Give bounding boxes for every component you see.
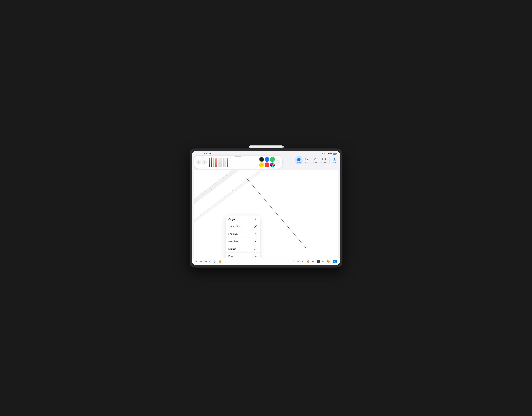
ipad-content: ‹ › [192, 156, 340, 265]
bottom-fountain-icon[interactable]: ✒ [312, 260, 314, 263]
share-label: Share [313, 161, 317, 163]
undo-icon[interactable]: ↩ [200, 260, 202, 263]
bottom-brush-icon[interactable]: ⌇ [293, 260, 294, 263]
color-rainbow[interactable] [270, 163, 275, 167]
pen-icon: ✏ [255, 255, 257, 258]
svg-line-26 [207, 189, 208, 190]
bottom-highlight-icon[interactable]: ⬛ [317, 260, 320, 263]
bottom-pen-icon[interactable]: ✏ [297, 260, 299, 263]
lasso-icon[interactable]: ⊙ [214, 260, 216, 263]
marker-label: Marker [228, 247, 236, 250]
nav-back-button[interactable]: ‹ [196, 160, 201, 165]
menu-item-crayon[interactable]: Crayon ✏ [226, 215, 260, 223]
bottom-angle-icon[interactable]: ∠ [302, 260, 304, 263]
svg-line-30 [218, 181, 218, 182]
chat-icon [297, 157, 301, 161]
svg-rect-13 [194, 170, 242, 219]
share-button[interactable]: Share [311, 156, 319, 164]
svg-line-44 [200, 215, 201, 216]
svg-line-25 [204, 191, 205, 192]
svg-line-28 [212, 185, 213, 186]
battery-icon [333, 153, 337, 155]
bottom-left-tools: ✂ ↩ ↪ ◇ ⊙ ✋ [195, 260, 222, 263]
menu-item-marker[interactable]: Marker 🖊 [226, 245, 260, 252]
hand-icon[interactable]: ✋ [218, 260, 222, 263]
svg-line-24 [201, 193, 202, 194]
status-date: Fri 26. Jan [202, 153, 211, 155]
record-button[interactable]: Record [320, 156, 329, 164]
svg-marker-12 [325, 158, 326, 160]
svg-point-5 [314, 159, 315, 160]
tool-pen-item[interactable] [211, 157, 212, 167]
ipad-screen: 13.33 Fri 26. Jan 95 % [192, 151, 340, 265]
menu-item-watercolor[interactable]: Watercolor 🖌 [226, 223, 260, 230]
bottom-ruler-icon[interactable]: 📏 [332, 260, 337, 263]
svg-line-32 [223, 177, 224, 178]
watercolor-label: Watercolor [228, 225, 240, 228]
pen-label: Pen [228, 255, 233, 258]
apple-pencil [249, 145, 283, 148]
svg-line-51 [257, 172, 257, 173]
fountain-label: Fountain [228, 233, 238, 235]
toolbar-drag-handle[interactable] [235, 156, 241, 157]
nav-buttons: ‹ › [196, 160, 207, 165]
call-button[interactable]: Call [303, 156, 310, 164]
tool-ruler1-item[interactable]: 30 [218, 158, 222, 167]
more-options-button[interactable]: ··· [276, 160, 280, 164]
svg-rect-11 [323, 158, 325, 160]
svg-line-29 [215, 183, 216, 184]
color-palette [259, 157, 275, 167]
svg-line-39 [195, 202, 196, 203]
bottom-palette-icon[interactable]: 🎨 [327, 260, 330, 263]
tool-marker-yellow-item[interactable] [213, 158, 214, 167]
color-blue[interactable] [265, 157, 269, 162]
svg-line-46 [216, 203, 217, 203]
svg-line-31 [220, 179, 221, 180]
svg-line-40 [203, 195, 204, 196]
tool-brush-red-item[interactable] [215, 158, 217, 167]
bottom-marker-icon[interactable]: ✍ [306, 260, 310, 263]
bottom-toolbar: ✂ ↩ ↪ ◇ ⊙ ✋ ⌇ ✏ ∠ ✍ ✒ ⬛ ✏ 🎨 📏 [192, 258, 340, 265]
main-canvas[interactable]: Crayon ✏ Watercolor 🖌 Fountain ✒ Monolin… [194, 170, 338, 258]
canvas-svg [194, 170, 338, 258]
color-yellow[interactable] [259, 163, 264, 167]
svg-line-33 [226, 175, 227, 176]
tool-blue-pen-item[interactable] [227, 158, 228, 167]
color-red[interactable] [265, 163, 269, 167]
svg-line-47 [224, 196, 225, 197]
menu-item-pen[interactable]: Pen ✏ [226, 252, 260, 258]
context-menu: Crayon ✏ Watercolor 🖌 Fountain ✒ Monolin… [226, 215, 260, 258]
chat-button[interactable]: Chat [295, 156, 303, 164]
svg-line-35 [231, 171, 232, 172]
record-icon [322, 157, 326, 161]
tools-row: 30 50 [208, 157, 258, 167]
bottom-right-tools: ⌇ ✏ ∠ ✍ ✒ ⬛ ✏ 🎨 📏 [293, 260, 337, 263]
top-toolbar-area: ‹ › [192, 156, 340, 169]
svg-line-49 [241, 184, 241, 185]
bottom-pencil-icon[interactable]: ✏ [323, 260, 324, 263]
crayon-icon: ✏ [255, 218, 257, 221]
chat-label: Chat [297, 161, 301, 163]
action-buttons: Chat Call [295, 156, 338, 164]
ipad-frame: 13.33 Fri 26. Jan 95 % [190, 148, 342, 268]
call-icon [305, 157, 309, 161]
redo-icon[interactable]: ↪ [205, 260, 207, 263]
svg-marker-4 [307, 159, 308, 160]
svg-line-48 [233, 190, 233, 191]
save-label: Save [332, 161, 336, 163]
wifi-icon [324, 153, 327, 155]
menu-item-monoline[interactable]: Monoline ∠ [226, 238, 260, 245]
active-indicator [322, 153, 323, 154]
tool-ruler2-item[interactable]: 50 [223, 158, 226, 167]
menu-item-fountain[interactable]: Fountain ✒ [226, 230, 260, 238]
scissors-icon[interactable]: ✂ [195, 260, 198, 263]
svg-line-22 [196, 197, 197, 198]
svg-point-7 [315, 160, 316, 161]
tool-pencil-item[interactable] [209, 158, 210, 167]
erase-icon[interactable]: ◇ [209, 260, 211, 263]
nav-forward-button[interactable]: › [202, 160, 207, 165]
color-black[interactable] [259, 157, 264, 162]
battery-percent: 95 % [328, 153, 332, 155]
save-button[interactable]: Save [331, 156, 338, 164]
color-green[interactable] [270, 157, 275, 162]
